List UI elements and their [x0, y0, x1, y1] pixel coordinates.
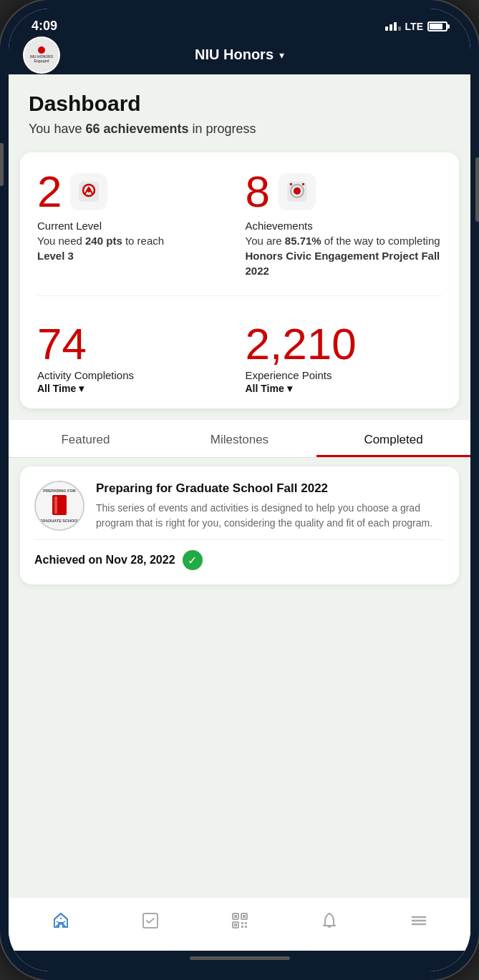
- tab-featured-label: Featured: [61, 433, 110, 446]
- subtitle-prefix: You have: [29, 122, 85, 136]
- stat-achievements: 8 Achievements: [246, 170, 442, 278]
- battery-fill: [430, 24, 442, 29]
- achievement-card: PREPARING FOR GRADUATE SCHOOL Preparing …: [20, 466, 459, 584]
- signal-bars-icon: [385, 22, 401, 31]
- logo-dot: [38, 46, 45, 54]
- app-header: NIU HONORSEngaged NIU Honors ▾: [9, 39, 470, 74]
- achievement-badge: PREPARING FOR GRADUATE SCHOOL: [34, 481, 84, 531]
- svg-rect-20: [241, 926, 243, 928]
- svg-rect-6: [290, 183, 292, 185]
- tab-milestones[interactable]: Milestones: [163, 420, 316, 457]
- check-circle-icon: ✓: [183, 550, 203, 570]
- tab-milestones-label: Milestones: [211, 433, 268, 446]
- stat-activity-number: 74: [37, 322, 234, 366]
- activity-filter-label: All Time: [37, 383, 76, 394]
- logo-inner: NIU HONORSEngaged: [24, 38, 59, 72]
- tab-completed-label: Completed: [364, 433, 422, 446]
- lte-label: LTE: [405, 21, 423, 32]
- exp-filter-label: All Time: [246, 383, 284, 394]
- stat-exp-filter[interactable]: All Time ▾: [246, 383, 442, 394]
- exp-filter-chevron: ▾: [287, 383, 292, 394]
- svg-point-2: [87, 188, 91, 192]
- svg-rect-15: [243, 915, 246, 918]
- achievement-desc: This series of events and activities is …: [96, 501, 445, 531]
- signal-bar-4: [398, 26, 401, 31]
- nav-qr[interactable]: [221, 908, 258, 934]
- badge-book-icon: [52, 495, 67, 515]
- stat-level-detail: You need 240 pts to reachLevel 3: [37, 233, 234, 263]
- svg-rect-7: [302, 183, 304, 185]
- svg-rect-18: [241, 922, 243, 924]
- app-title: NIU Honors: [195, 46, 274, 63]
- dashboard-title: Dashboard: [29, 92, 450, 116]
- ach-detail-mid: of the way to completing: [321, 235, 440, 247]
- battery-icon: [427, 21, 447, 31]
- stat-level-icon-box: [70, 173, 107, 210]
- activity-filter-chevron: ▾: [79, 383, 84, 394]
- app-logo: NIU HONORSEngaged: [23, 36, 60, 74]
- level-pts: 240 pts: [85, 235, 122, 247]
- stat-activity-label: Activity Completions: [37, 369, 234, 381]
- bottom-nav: [9, 897, 470, 951]
- achievements-count: 66 achievements: [85, 122, 188, 136]
- stats-divider: [37, 295, 442, 296]
- nav-checklist[interactable]: [132, 908, 169, 934]
- signal-bar-3: [394, 22, 397, 31]
- home-icon: [51, 911, 71, 931]
- svg-line-10: [64, 921, 65, 922]
- ach-project: Honors Civic Engagement Project Fall 202…: [246, 250, 440, 277]
- main-content: Dashboard You have 66 achievements in pr…: [9, 74, 470, 897]
- stat-ach-main-row: 8: [246, 170, 442, 214]
- app-title-row[interactable]: NIU Honors ▾: [195, 46, 284, 63]
- stat-current-level: 2 Current Level: [37, 170, 234, 278]
- stat-activity-filter[interactable]: All Time ▾: [37, 383, 234, 394]
- phone-frame: 4:09 LTE NIU HONORSEngaged: [0, 0, 479, 980]
- stat-activity: 74 Activity Completions All Time ▾: [37, 322, 234, 394]
- stats-grid: 2 Current Level: [37, 170, 442, 394]
- nav-bell[interactable]: [311, 908, 348, 934]
- volume-button: [0, 143, 4, 186]
- stat-ach-number: 8: [246, 170, 270, 214]
- achievement-header: PREPARING FOR GRADUATE SCHOOL Preparing …: [34, 481, 445, 531]
- home-indicator: [9, 951, 470, 971]
- nav-home[interactable]: [42, 908, 79, 934]
- stats-card: 2 Current Level: [20, 152, 459, 408]
- signal-bar-1: [385, 26, 388, 31]
- tabs-row: Featured Milestones Completed: [9, 420, 470, 458]
- ach-detail-prefix: You are: [246, 235, 285, 247]
- power-button: [475, 157, 479, 222]
- stat-ach-detail: You are 85.71% of the way to completing …: [246, 233, 442, 278]
- badge-top-text: PREPARING FOR: [43, 489, 75, 494]
- level-detail-suffix: to reach: [122, 235, 164, 247]
- badge-bottom-text: GRADUATE SCHOOL: [39, 519, 79, 524]
- phone-screen: 4:09 LTE NIU HONORSEngaged: [9, 9, 470, 971]
- level-target: Level 3: [37, 250, 74, 262]
- qr-icon: [230, 911, 250, 931]
- ach-percentage: 85.71%: [285, 235, 321, 247]
- achievements-badge-icon: [284, 179, 310, 205]
- stat-level-main-row: 2: [37, 170, 234, 214]
- achievement-title: Preparing for Graduate School Fall 2022: [96, 481, 445, 496]
- stat-exp-number: 2,210: [246, 322, 442, 366]
- bell-icon: [319, 911, 339, 931]
- badge-inner: PREPARING FOR GRADUATE SCHOOL: [36, 482, 83, 529]
- achieved-text: Achieved on Nov 28, 2022: [34, 554, 175, 567]
- subtitle-suffix: in progress: [189, 122, 256, 136]
- tab-featured[interactable]: Featured: [9, 420, 163, 457]
- stat-level-label: Current Level: [37, 220, 234, 232]
- level-detail-prefix: You need: [37, 235, 85, 247]
- logo-text: NIU HONORSEngaged: [30, 55, 53, 63]
- stat-ach-label: Achievements: [246, 220, 442, 232]
- achievement-info: Preparing for Graduate School Fall 2022 …: [96, 481, 445, 531]
- svg-rect-13: [234, 915, 237, 918]
- tab-completed[interactable]: Completed: [316, 420, 470, 457]
- nav-menu[interactable]: [400, 908, 437, 934]
- level-badge-icon: [76, 179, 102, 205]
- stat-exp-label: Experience Points: [246, 369, 442, 381]
- chevron-down-icon: ▾: [279, 49, 284, 61]
- achievement-footer: Achieved on Nov 28, 2022 ✓: [34, 539, 445, 570]
- svg-rect-17: [234, 923, 237, 926]
- svg-rect-21: [245, 926, 247, 928]
- svg-point-5: [294, 187, 301, 195]
- stat-ach-icon-box: [279, 173, 316, 210]
